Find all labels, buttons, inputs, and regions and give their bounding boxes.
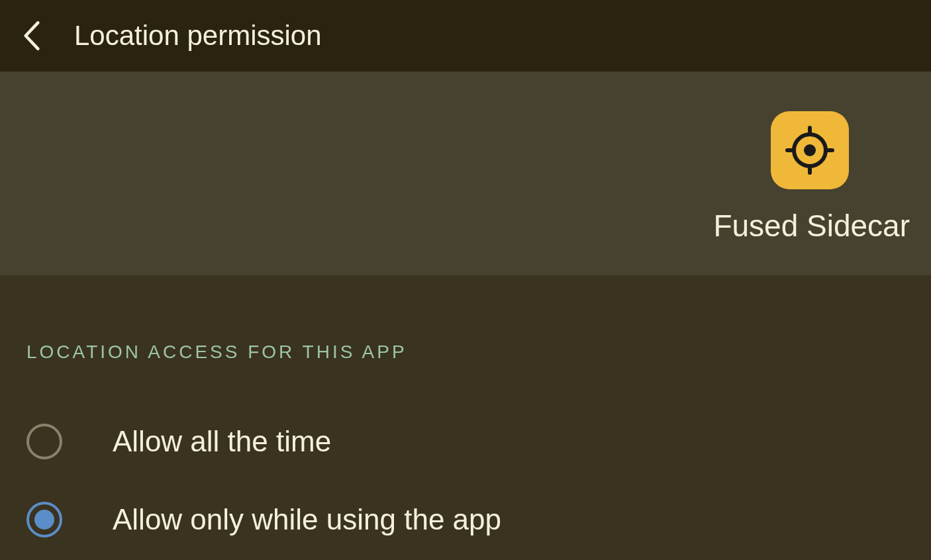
page-title: Location permission	[74, 20, 322, 52]
svg-point-1	[804, 144, 816, 156]
radio-label: Allow only while using the app	[113, 503, 501, 536]
app-info-section: Fused Sidecar	[0, 71, 931, 275]
radio-label: Allow all the time	[113, 425, 331, 458]
app-name: Fused Sidecar	[713, 208, 910, 244]
section-label: LOCATION ACCESS FOR THIS APP	[26, 342, 905, 363]
radio-button	[26, 502, 62, 537]
radio-option-allow-while-using[interactable]: Allow only while using the app	[26, 481, 905, 559]
page-header: Location permission	[0, 0, 931, 71]
target-location-icon	[783, 124, 836, 177]
radio-button	[26, 424, 62, 459]
back-icon	[23, 21, 41, 50]
back-button[interactable]	[16, 20, 48, 52]
radio-option-allow-all-time[interactable]: Allow all the time	[26, 402, 905, 481]
app-icon	[771, 111, 849, 189]
radio-inner	[34, 510, 54, 530]
radio-group: Allow all the time Allow only while usin…	[26, 402, 905, 559]
content-section: LOCATION ACCESS FOR THIS APP Allow all t…	[0, 275, 931, 559]
